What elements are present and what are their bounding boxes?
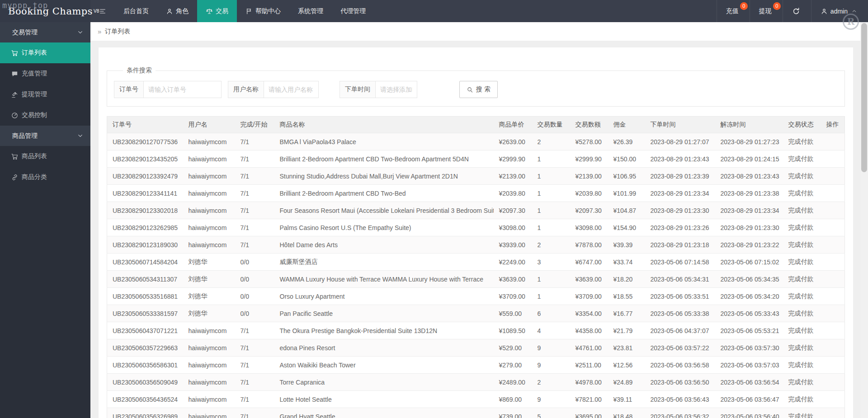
actions-cell (821, 322, 845, 339)
amount-cell: ¥2511.00 (570, 357, 608, 374)
actions-cell (821, 374, 845, 391)
sidebar-collapse-button[interactable] (90, 0, 115, 22)
ratio-cell: 7/1 (235, 202, 274, 219)
unit-price-cell: ¥739.00 (494, 408, 532, 418)
order-no-cell: UB2308290123189030 (107, 236, 183, 254)
username-cell: haiwaiymcom (183, 322, 235, 339)
order-no-input[interactable] (144, 81, 222, 98)
product-name-cell: Palms Casino Resort U.S (The Empathy Sui… (274, 219, 494, 236)
sidebar-item-trade-control[interactable]: 交易控制 (0, 105, 90, 126)
unit-price-cell: ¥2249.00 (494, 254, 532, 271)
order-time-input[interactable] (376, 81, 417, 98)
ratio-cell: 0/0 (235, 254, 274, 271)
recharge-button[interactable]: 充值 0 (717, 0, 750, 22)
product-name-cell: Torre Capranica (274, 374, 494, 391)
cart-icon (11, 49, 19, 57)
product-name-cell: Stunning Studio,Address Dubai Mall,Burj … (274, 168, 494, 185)
amount-cell: ¥3639.00 (570, 271, 608, 288)
nav-item-home[interactable]: 后台首页 (115, 0, 157, 22)
column-header: 下单时间 (645, 117, 715, 133)
unit-price-cell: ¥3639.00 (494, 271, 532, 288)
quantity-cell: 5 (532, 408, 570, 418)
sidebar-item-label: 商品分类 (22, 173, 47, 181)
unfreeze-time-cell: 2023-08-29 01:23:30 (715, 219, 783, 236)
sidebar-item-order-list[interactable]: 订单列表 (0, 42, 90, 63)
table-row: UB2308290123302018haiwaiymcom7/1Four Sea… (107, 202, 845, 219)
quantity-cell: 2 (532, 236, 570, 254)
top-nav: 后台首页 角色 交易 帮助中心 系统管理 代理管理 (90, 0, 717, 22)
order-no-cell: UB2305060356436524 (107, 391, 183, 408)
actions-cell (821, 288, 845, 305)
username-field-group: 用户名称 (228, 81, 319, 98)
order-time-cell: 2023-08-29 01:23:26 (645, 219, 715, 236)
order-time-cell: 2023-08-29 01:27:07 (645, 133, 715, 150)
username-cell: haiwaiymcom (183, 150, 235, 168)
ratio-cell: 7/1 (235, 408, 274, 418)
search-button[interactable]: 搜 索 (459, 81, 498, 98)
withdraw-button[interactable]: 提现 0 (750, 0, 783, 22)
scrollbar-thumb[interactable] (861, 23, 867, 172)
username-field-label: 用户名称 (228, 81, 264, 98)
product-name-cell: Lotte Hotel Seattle (274, 391, 494, 408)
column-header: 佣金 (608, 117, 645, 133)
table-row: UB2305060533516881刘德华0/0Orso Luxury Apar… (107, 288, 845, 305)
nav-item-system[interactable]: 系统管理 (289, 0, 332, 22)
username-cell: haiwaiymcom (183, 408, 235, 418)
ratio-cell: 7/1 (235, 150, 274, 168)
actions-cell (821, 150, 845, 168)
search-icon (467, 86, 473, 93)
actions-cell (821, 271, 845, 288)
nav-item-trade[interactable]: 交易 (197, 0, 237, 22)
sidebar-section-trade-management[interactable]: 交易管理 (0, 22, 90, 42)
unfreeze-time-cell: 2023-05-06 05:53:21 (715, 322, 783, 339)
actions-cell (821, 339, 845, 357)
amount-cell: ¥7821.00 (570, 391, 608, 408)
order-no-cell: UB2305060714584204 (107, 254, 183, 271)
search-row: 订单号 用户名称 下单时间 搜 索 (114, 81, 838, 98)
sidebar-section-product-management[interactable]: 商品管理 (0, 126, 90, 146)
nav-item-label: 后台首页 (123, 7, 149, 15)
sidebar-item-recharge-management[interactable]: 充值管理 (0, 63, 90, 84)
nav-item-help-center[interactable]: 帮助中心 (237, 0, 289, 22)
commission-cell: ¥39.39 (608, 236, 645, 254)
username-input[interactable] (264, 81, 319, 98)
commission-cell: ¥106.95 (608, 168, 645, 185)
sidebar-item-product-list[interactable]: 商品列表 (0, 146, 90, 167)
sidebar-item-label: 充值管理 (22, 70, 47, 78)
username-label: admin (830, 8, 848, 15)
commission-cell: ¥154.90 (608, 219, 645, 236)
order-time-cell: 2023-08-29 01:23:39 (645, 168, 715, 185)
refresh-button[interactable] (783, 0, 811, 22)
unfreeze-time-cell: 2023-05-06 07:15:02 (715, 254, 783, 271)
commission-cell: ¥104.87 (608, 202, 645, 219)
commission-cell: ¥21.79 (608, 322, 645, 339)
nav-item-agent[interactable]: 代理管理 (332, 0, 374, 22)
order-no-cell: UB2305060356509049 (107, 374, 183, 391)
actions-cell (821, 305, 845, 322)
product-name-cell: Four Seasons Resort Maui (Accessible Lok… (274, 202, 494, 219)
unfreeze-time-cell: 2023-05-06 03:56:54 (715, 374, 783, 391)
amount-cell: ¥4978.00 (570, 374, 608, 391)
order-no-cell: UB2308290123392479 (107, 168, 183, 185)
main-content: 条件搜索 订单号 用户名称 下单时间 搜 索 (90, 41, 860, 418)
unfreeze-time-cell: 2023-05-06 03:56:40 (715, 408, 783, 418)
unit-price-cell: ¥2489.00 (494, 374, 532, 391)
order-time-cell: 2023-08-29 01:23:43 (645, 150, 715, 168)
sidebar-item-product-category[interactable]: 商品分类 (0, 167, 90, 188)
commission-cell: ¥26.39 (608, 133, 645, 150)
product-name-cell: Orso Luxury Apartment (274, 288, 494, 305)
order-time-cell: 2023-05-06 03:56:32 (645, 408, 715, 418)
sidebar-item-withdraw-management[interactable]: 提现管理 (0, 84, 90, 105)
amount-cell: ¥7878.00 (570, 236, 608, 254)
product-name-cell: Hôtel Dame des Arts (274, 236, 494, 254)
username-cell: 刘德华 (183, 254, 235, 271)
actions-cell (821, 236, 845, 254)
status-cell: 完成付款 (783, 374, 821, 391)
vertical-scrollbar[interactable] (860, 22, 868, 418)
order-no-field-label: 订单号 (114, 81, 144, 98)
unit-price-cell: ¥279.00 (494, 357, 532, 374)
nav-item-roles[interactable]: 角色 (157, 0, 197, 22)
comment-icon (11, 70, 19, 78)
quantity-cell: 2 (532, 133, 570, 150)
user-menu[interactable]: admin (811, 0, 868, 22)
